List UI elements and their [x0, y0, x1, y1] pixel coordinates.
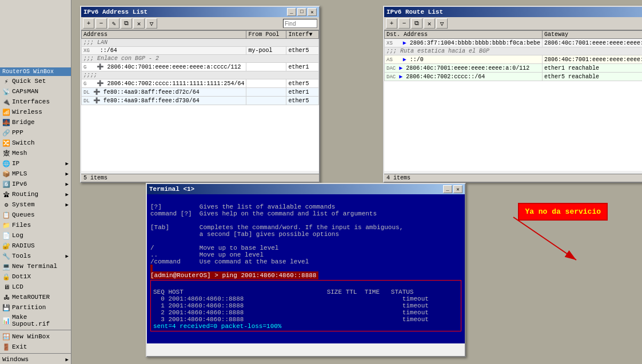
terminal-ping-section: SEQ HOST SIZE TTL TIME STATUS 0 2001:486…	[150, 280, 461, 331]
ipv6-addr-controls: _ □ ✕	[287, 8, 317, 16]
table-row[interactable]: DAC ▶ 2806:40c:7001:eeee:eeee:eeee:a:0/1…	[385, 64, 643, 73]
sidebar-item-mpls[interactable]: 📦 MPLS ▶	[0, 169, 71, 179]
sidebar-item-make-supout[interactable]: 📊 Make Supout.rif	[0, 313, 71, 329]
table-row[interactable]: XG ::/64 my-pool ether5	[82, 47, 319, 55]
table-row[interactable]: DL ➕ fe80::4aa9:8aff:feee:d72c/64 ether1	[82, 88, 319, 97]
terminal-titlebar[interactable]: Terminal <1> _ ✕	[147, 184, 465, 194]
col-address: Address	[82, 31, 246, 39]
sidebar-item-system[interactable]: ⚙ System ▶	[0, 199, 71, 210]
ipv6-route-list-window: IPv6 Route List _ □ ✕ + − ⧉ ✕ ▽ ▼ Dst. A…	[383, 6, 642, 183]
copy-btn[interactable]: ⧉	[121, 18, 132, 29]
sidebar-item-bridge[interactable]: 🌉 Bridge	[0, 117, 71, 127]
sidebar-item-lcd[interactable]: 🖥 LCD	[0, 282, 71, 292]
table-row[interactable]: AS ▶ ::/0 2806:40c:7001:eeee:eeee:eeee:a…	[385, 55, 643, 64]
edit-btn[interactable]: ✎	[108, 18, 119, 29]
sidebar-divider	[0, 330, 71, 330]
sidebar-item-interfaces[interactable]: 🔌 Interfaces	[0, 97, 71, 107]
route-filter-btn[interactable]: ▽	[436, 18, 448, 29]
mesh-icon: 🕸	[2, 149, 10, 157]
log-icon: 📄	[2, 231, 10, 239]
sidebar-item-radius[interactable]: 🔐 RADIUS	[0, 241, 71, 251]
terminal-controls: _ ✕	[443, 185, 462, 193]
terminal-body[interactable]: [?] Gives the list of available commands…	[147, 194, 465, 343]
route-delete-btn[interactable]: ✕	[424, 18, 435, 29]
route-copy-btn[interactable]: ⧉	[411, 18, 422, 29]
new-winbox-icon: 🪟	[2, 333, 10, 341]
bridge-icon: 🌉	[2, 118, 10, 126]
ip-icon: 🌐	[2, 159, 10, 167]
sidebar-item-capsman[interactable]: 📡 CAPsMAN	[0, 86, 71, 97]
route-add-btn[interactable]: +	[386, 18, 397, 29]
filter-btn[interactable]: ▽	[146, 18, 157, 29]
ipv6-route-title: IPv6 Route List	[386, 9, 443, 15]
ipv6-icon: 6️⃣	[2, 180, 10, 188]
table-row[interactable]: G ➕ 2806:40c:7001:eeee:eeee:eeee:a:cccc/…	[82, 63, 319, 71]
ipv6-addr-status: 5 items	[81, 174, 319, 182]
table-row: ;;; Ruta estatica hacia el BGP	[385, 47, 643, 55]
terminal-title: Terminal <1>	[149, 186, 194, 193]
delete-btn[interactable]: ✕	[133, 18, 145, 29]
capsman-icon: 📡	[2, 87, 10, 95]
ipv6-route-toolbar: + − ⧉ ✕ ▽ ▼	[384, 17, 642, 30]
files-icon: 📁	[2, 221, 10, 229]
sidebar-item-partition[interactable]: 💾 Partition	[0, 302, 71, 313]
ipv6-addr-titlebar[interactable]: IPv6 Address List _ □ ✕	[81, 7, 319, 17]
col-from-pool: From Pool	[246, 31, 286, 39]
sidebar-item-quick-set[interactable]: ⚡ Quick Set	[0, 76, 71, 86]
ipv6-route-status: 4 items	[384, 174, 642, 182]
sidebar-winbox-brand: RouterOS WinBox	[0, 67, 71, 76]
sidebar-divider-2	[0, 353, 71, 354]
quick-set-icon: ⚡	[2, 77, 10, 85]
sidebar-item-wireless[interactable]: 📶 Wireless	[0, 107, 71, 117]
sidebar-item-log[interactable]: 📄 Log	[0, 230, 71, 241]
main-area: IPv6 Address List _ □ ✕ + − ✎ ⧉ ✕ ▽ Addr…	[71, 0, 642, 364]
mpls-arrow: ▶	[66, 171, 69, 177]
terminal-close-btn[interactable]: ✕	[453, 185, 462, 193]
make-supout-icon: 📊	[2, 317, 10, 325]
sidebar-item-new-winbox[interactable]: 🪟 New WinBox	[0, 331, 71, 342]
route-remove-btn[interactable]: −	[398, 18, 410, 29]
ipv6-route-titlebar[interactable]: IPv6 Route List _ □ ✕	[384, 7, 642, 17]
sidebar-item-switch[interactable]: 🔀 Switch	[0, 138, 71, 148]
mpls-icon: 📦	[2, 170, 10, 178]
sidebar-item-ppp[interactable]: 🔗 PPP	[0, 127, 71, 138]
table-row[interactable]: G ➕ 2806:40c:7002:cccc:1111:1111:1111:25…	[82, 79, 319, 88]
sidebar-item-routing[interactable]: 🛣 Routing ▶	[0, 189, 71, 199]
queues-icon: 📋	[2, 211, 10, 219]
sidebar-item-exit[interactable]: 🚪 Exit	[0, 342, 71, 352]
ipv6-addr-toolbar: + − ✎ ⧉ ✕ ▽	[81, 17, 319, 30]
svg-line-1	[513, 217, 576, 260]
sidebar-item-metarouter[interactable]: 🖧 MetaROUTER	[0, 292, 71, 302]
table-row[interactable]: XS ▶ 2806:3f7:1004:bbbb:bbbb:bbbb:f0ca:b…	[385, 39, 643, 47]
system-arrow: ▶	[66, 202, 69, 208]
terminal-line: [?] Gives the list of available commands…	[150, 203, 403, 265]
routing-icon: 🛣	[2, 190, 10, 198]
table-row[interactable]: DAC ▶ 2806:40c:7002:cccc::/64 ether5 rea…	[385, 73, 643, 81]
sidebar-item-queues[interactable]: 📋 Queues	[0, 210, 71, 220]
add-btn[interactable]: +	[83, 18, 94, 29]
col-dst-address: Dst. Address	[385, 31, 543, 39]
sidebar-item-mesh[interactable]: 🕸 Mesh	[0, 148, 71, 158]
sidebar-item-new-terminal[interactable]: 💻 New Terminal	[0, 261, 71, 271]
sidebar-item-tools[interactable]: 🔧 Tools ▶	[0, 251, 71, 261]
table-row: ;;; Enlace con BGP - 2	[82, 55, 319, 63]
sidebar-item-ipv6[interactable]: 6️⃣ IPv6 ▶	[0, 179, 71, 189]
ipv6-addr-close-btn[interactable]: ✕	[308, 8, 317, 16]
table-row: ;;;;	[82, 71, 319, 79]
sidebar-item-ip[interactable]: 🌐 IP ▶	[0, 158, 71, 169]
terminal-highlight-line: [admin@RouterOS] > ping 2001:4860:4860::…	[150, 265, 318, 279]
metarouter-icon: 🖧	[2, 293, 10, 301]
new-terminal-icon: 💻	[2, 262, 10, 270]
sidebar-windows-section[interactable]: Windows ▶	[0, 355, 71, 364]
ipv6-addr-maximize-btn[interactable]: □	[297, 8, 306, 16]
table-row[interactable]: DL ➕ fe80::4aa9:8aff:feee:d730/64 ether5	[82, 97, 319, 105]
remove-btn[interactable]: −	[95, 18, 107, 29]
ipv6-addr-minimize-btn[interactable]: _	[287, 8, 296, 16]
sidebar-item-dot1x[interactable]: 🔒 Dot1X	[0, 271, 71, 282]
sidebar-item-files[interactable]: 📁 Files	[0, 220, 71, 230]
find-input[interactable]	[283, 19, 317, 28]
callout-arrow	[508, 211, 611, 269]
terminal-minimize-btn[interactable]: _	[443, 185, 452, 193]
terminal-summary: sent=4 received=0 packet-loss=100%	[153, 323, 281, 330]
ipv6-addr-title: IPv6 Address List	[83, 9, 147, 15]
